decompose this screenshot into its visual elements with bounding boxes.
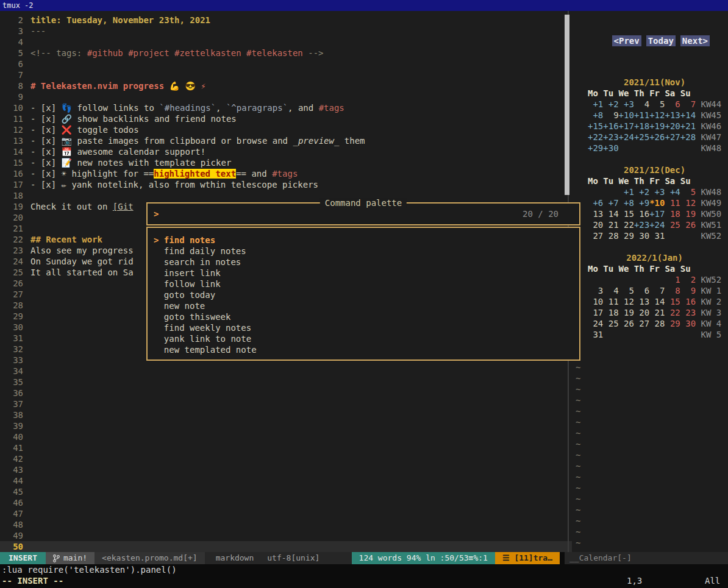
editor-line[interactable]: 4 [0, 37, 572, 48]
calendar-day[interactable]: 1 [665, 275, 680, 285]
calendar-day[interactable]: +23 [634, 220, 649, 230]
calendar-day[interactable]: 12 [680, 198, 696, 208]
palette-item[interactable]: goto today [154, 289, 579, 300]
calendar-day[interactable]: 21 [649, 308, 665, 317]
editor-line[interactable]: 35 [0, 377, 572, 388]
editor-line[interactable]: 38 [0, 409, 572, 420]
editor-line[interactable]: 14- [x] 📅 awesome calendar support! [0, 146, 572, 157]
calendar-day[interactable]: 11 [665, 198, 680, 208]
calendar-day[interactable]: 9 [680, 286, 696, 296]
calendar-day[interactable]: +27 [665, 132, 680, 142]
calendar-day[interactable]: 28 [603, 231, 618, 241]
calendar-prev-button[interactable]: <Prev [612, 35, 641, 46]
editor-line[interactable]: 11- [x] 🔗 show backlinks and friend note… [0, 113, 572, 124]
calendar-day[interactable]: +19 [649, 121, 665, 131]
palette-item[interactable]: goto thisweek [154, 311, 579, 322]
calendar-day[interactable]: 17 [588, 308, 603, 317]
calendar-day[interactable]: +17 [649, 209, 665, 219]
calendar-day[interactable]: +3 [619, 99, 634, 109]
editor-line[interactable]: 37 [0, 398, 572, 409]
calendar-day[interactable]: 20 [588, 220, 603, 230]
calendar-day[interactable]: 7 [680, 99, 696, 109]
calendar-day[interactable]: 5 [619, 286, 634, 296]
calendar-next-button[interactable]: Next> [680, 35, 710, 46]
calendar-day[interactable]: 11 [603, 297, 618, 306]
calendar-day[interactable]: +25 [634, 132, 649, 142]
calendar-day[interactable]: 23 [680, 308, 696, 317]
calendar-day[interactable]: 30 [680, 319, 696, 328]
calendar-day[interactable]: +15 [588, 121, 603, 131]
editor-line[interactable]: 6 [0, 58, 572, 69]
editor-line[interactable]: 39 [0, 420, 572, 431]
calendar-day[interactable]: 20 [634, 308, 649, 317]
palette-item[interactable]: search in notes [154, 257, 579, 267]
calendar-day[interactable]: +28 [680, 132, 696, 142]
calendar-day[interactable]: +8 [588, 110, 603, 120]
calendar-day[interactable]: +10 [619, 110, 634, 120]
editor-line[interactable]: 17- [x] ✏ yank notelink, also from wthin… [0, 179, 572, 190]
editor-line[interactable]: 49 [0, 530, 572, 541]
palette-item[interactable]: new note [154, 300, 579, 311]
editor-line[interactable]: 15- [x] 📝 new notes with template picker [0, 157, 572, 168]
editor-line[interactable]: 12- [x] ❌ toggle todos [0, 124, 572, 135]
calendar-day[interactable]: 26 [619, 319, 634, 328]
editor-line[interactable]: 41 [0, 442, 572, 453]
calendar-day[interactable]: 31 [588, 330, 603, 339]
editor-line[interactable]: 34 [0, 366, 572, 377]
editor-line[interactable]: 47 [0, 508, 572, 519]
calendar-day[interactable]: 6 [665, 99, 680, 109]
calendar-day[interactable]: 8 [665, 286, 680, 296]
calendar-day[interactable]: 5 [649, 99, 665, 109]
palette-item[interactable]: > find notes [154, 235, 579, 246]
calendar-day[interactable]: 24 [588, 319, 603, 328]
calendar-day[interactable]: +11 [634, 110, 649, 120]
editor-line[interactable]: 9 [0, 91, 572, 102]
calendar-day[interactable]: *10 [649, 198, 665, 208]
calendar-day[interactable]: 6 [634, 286, 649, 296]
calendar-day[interactable]: +24 [619, 132, 634, 142]
editor-line[interactable]: 36 [0, 388, 572, 398]
editor-line[interactable]: 2title: Tuesday, November 23th, 2021 [0, 15, 572, 26]
calendar-day[interactable]: +21 [680, 121, 696, 131]
calendar-day[interactable]: 16 [680, 297, 696, 306]
editor-line[interactable]: 43 [0, 464, 572, 475]
editor-line[interactable]: 45 [0, 486, 572, 497]
calendar-day[interactable]: 4 [603, 286, 618, 296]
calendar-day[interactable]: 14 [603, 209, 618, 219]
calendar-day[interactable]: +7 [603, 198, 618, 208]
calendar-day[interactable]: +16 [603, 121, 618, 131]
calendar-day[interactable]: 27 [588, 231, 603, 241]
calendar-day[interactable]: +12 [649, 110, 665, 120]
calendar-day[interactable]: +9 [634, 198, 649, 208]
calendar-day[interactable]: 9 [603, 110, 618, 120]
calendar-day[interactable]: 15 [619, 209, 634, 219]
palette-item[interactable]: insert link [154, 267, 579, 278]
editor-line[interactable]: 16- [x] ☀ highlight for ==highlighted te… [0, 168, 572, 179]
calendar-day[interactable]: +17 [619, 121, 634, 131]
calendar-day[interactable]: +2 [634, 187, 649, 197]
calendar-day[interactable]: 12 [619, 297, 634, 306]
calendar-day[interactable]: 13 [634, 297, 649, 306]
editor-line[interactable]: 7 [0, 69, 572, 80]
calendar-day[interactable]: +2 [603, 99, 618, 109]
calendar-day[interactable]: +23 [603, 132, 618, 142]
calendar-day[interactable]: 30 [634, 231, 649, 241]
editor-line[interactable]: 18 [0, 190, 572, 201]
calendar-day[interactable]: 21 [603, 220, 618, 230]
palette-item[interactable]: yank link to note [154, 333, 579, 344]
calendar-day[interactable]: +18 [634, 121, 649, 131]
calendar-day[interactable]: 22 [619, 220, 634, 230]
editor-line[interactable]: 48 [0, 519, 572, 530]
calendar-day[interactable]: +4 [665, 187, 680, 197]
calendar-day[interactable]: 13 [588, 209, 603, 219]
calendar-day[interactable]: +14 [680, 110, 696, 120]
calendar-day[interactable]: 22 [665, 308, 680, 317]
palette-item[interactable]: find weekly notes [154, 322, 579, 333]
calendar-day[interactable]: +6 [588, 198, 603, 208]
calendar-day[interactable]: 5 [680, 187, 696, 197]
calendar-day[interactable]: 18 [603, 308, 618, 317]
editor-line[interactable]: 50 [0, 541, 572, 552]
calendar-day[interactable]: 27 [634, 319, 649, 328]
calendar-day[interactable]: 2 [680, 275, 696, 285]
calendar-day[interactable]: 10 [588, 297, 603, 306]
